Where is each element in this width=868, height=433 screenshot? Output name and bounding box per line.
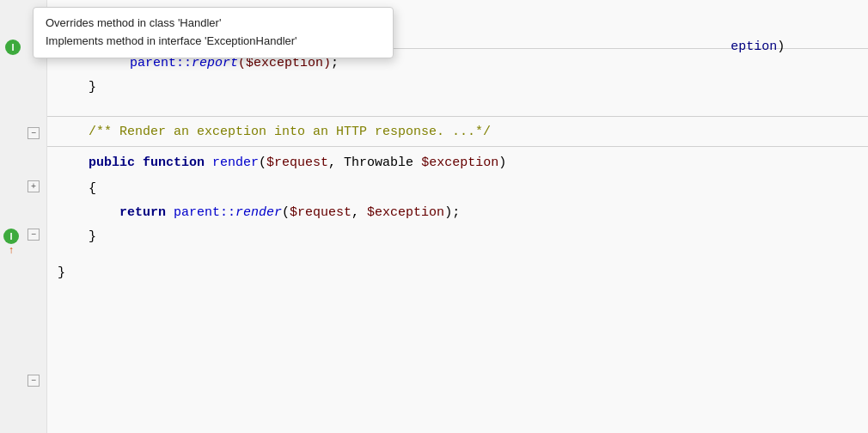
- gutter-icon-implements-top[interactable]: I: [5, 40, 21, 55]
- return-parent: parent::: [174, 205, 235, 220]
- gutter-icon-render[interactable]: I ↑: [3, 229, 19, 257]
- return-exception: $exception: [367, 205, 444, 220]
- arrow-up-icon: ↑: [8, 245, 14, 257]
- function-keyword: function: [143, 156, 212, 170]
- return-render: render: [235, 205, 282, 220]
- code-line-return: return parent:: render ( $request , $exc…: [47, 200, 868, 224]
- close-brace-1: }: [89, 80, 96, 95]
- public-keyword: public: [89, 156, 143, 170]
- return-request: $request: [290, 205, 351, 220]
- code-line-empty-2: [47, 248, 868, 260]
- tooltip-line-1: Overrides method in class 'Handler': [46, 15, 381, 33]
- code-line-render-sig: public function render ( $request , Thro…: [47, 149, 868, 176]
- code-line-empty-1: [47, 99, 868, 114]
- code-line-class-close: }: [47, 260, 868, 284]
- editor-area: I − + I ↑ − − Overrides method in class …: [0, 0, 868, 433]
- tooltip-popup: Overrides method in class 'Handler' Impl…: [33, 7, 394, 58]
- separator-2: [47, 116, 868, 117]
- code-line-close-brace-2: }: [47, 224, 868, 248]
- fold-button-4[interactable]: −: [28, 375, 40, 387]
- gutter: I − + I ↑ − −: [0, 0, 47, 433]
- exception-param: $exception: [421, 156, 498, 170]
- render-function-name: render: [212, 156, 259, 170]
- code-content: eption) parent::report($exception); } /*…: [47, 0, 868, 433]
- fold-button-2[interactable]: +: [28, 180, 40, 192]
- comment-text: /** Render an exception into an HTTP res…: [58, 125, 491, 139]
- code-line-comment: /** Render an exception into an HTTP res…: [47, 119, 868, 144]
- outer-brace: }: [58, 265, 65, 280]
- code-line-close-brace-1: }: [47, 75, 868, 99]
- fold-button-3[interactable]: −: [28, 229, 40, 241]
- return-keyword: return: [119, 205, 174, 220]
- open-brace-text: {: [89, 181, 96, 196]
- fold-button-1[interactable]: −: [28, 127, 40, 139]
- close-brace-2: }: [89, 229, 96, 244]
- tooltip-line-2: Implements method in interface 'Exceptio…: [46, 33, 381, 51]
- request-param: $request: [266, 156, 328, 170]
- gutter-icon-green[interactable]: I: [3, 229, 19, 244]
- separator-3: [47, 146, 868, 147]
- code-line-open-brace: {: [47, 176, 868, 200]
